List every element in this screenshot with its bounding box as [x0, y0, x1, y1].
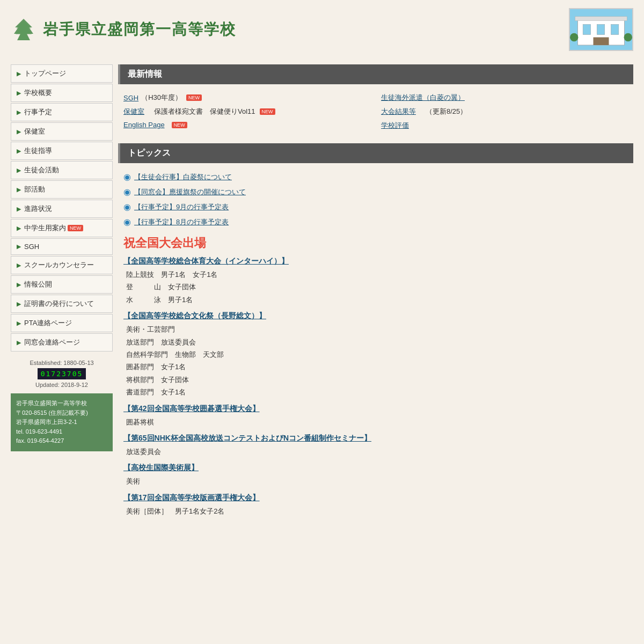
nav-item-label: 情報公開 — [24, 280, 52, 289]
competition-title: 祝全国大会出場 — [123, 235, 628, 251]
competition-category-1[interactable]: 【全国高等学校総合文化祭（長野総文）】 — [123, 311, 628, 321]
new-badge: NEW — [172, 122, 187, 128]
topic-bullet-icon: ◉ — [123, 172, 131, 182]
nav-arrow-icon: ▶ — [17, 148, 21, 155]
sidebar-item-1[interactable]: ▶ 学校概要 — [11, 84, 113, 102]
nav-arrow-icon: ▶ — [17, 281, 21, 288]
competition-category-0[interactable]: 【全国高等学校総合体育大会（インターハイ）】 — [123, 257, 628, 266]
competitions-list: 【全国高等学校総合体育大会（インターハイ）】陸上競技 男子1名 女子1名登 山 … — [123, 257, 628, 517]
svg-point-9 — [570, 33, 578, 41]
news-link[interactable]: 学校評価 — [381, 121, 409, 130]
news-link[interactable]: English Page — [123, 121, 165, 129]
nav-arrow-icon: ▶ — [17, 128, 21, 135]
sidebar-item-8[interactable]: ▶ 中学生用案内 NEW — [11, 219, 113, 237]
competition-detail-line: 美術 — [126, 475, 628, 487]
competition-details-3: 放送委員会 — [123, 445, 628, 458]
competition-category-3[interactable]: 【第65回NHK杯全国高校放送コンテストおよびNコン番組制作セミナー】 — [123, 434, 628, 443]
sidebar-item-3[interactable]: ▶ 保健室 — [11, 122, 113, 141]
svg-rect-7 — [594, 38, 609, 46]
nav-item-label: 生徒会活動 — [24, 165, 59, 175]
nav-item-label: 学校概要 — [24, 88, 52, 98]
competition-category-4[interactable]: 【高校生国際美術展】 — [123, 463, 628, 473]
sidebar-item-11[interactable]: ▶ 情報公開 — [11, 275, 113, 294]
news-link[interactable]: 生徒海外派遣（白菱の翼） — [381, 93, 465, 103]
logo-area: 岩手県立盛岡第一高等学校 — [11, 17, 236, 42]
sidebar-item-7[interactable]: ▶ 進路状況 — [11, 200, 113, 218]
news-right-item-0: 生徒海外派遣（白菱の翼） — [381, 91, 628, 105]
address-lines: 岩手県立盛岡第一高等学校〒020-8515 (住所記載不要)岩手県盛岡市上田3-… — [16, 399, 107, 446]
nav-arrow-icon: ▶ — [17, 90, 21, 97]
competition-entry-4: 【高校生国際美術展】美術 — [123, 463, 628, 487]
sidebar-item-13[interactable]: ▶ PTA連絡ページ — [11, 314, 113, 332]
topics-list: ◉ 【生徒会行事】白菱祭について◉ 【同窓会】應援旗祭の開催について◉ 【行事予… — [118, 170, 633, 230]
competition-detail-line: 美術・工芸部門 — [126, 323, 628, 335]
competition-details-2: 囲碁将棋 — [123, 416, 628, 428]
nav-arrow-icon: ▶ — [17, 167, 21, 174]
news-suffix: 保護者様宛文書 保健便りVol11 — [147, 107, 255, 116]
sidebar-info: Established: 1880-05-13 01723705 Updated… — [11, 360, 113, 388]
sidebar-item-2[interactable]: ▶ 行事予定 — [11, 103, 113, 121]
competition-detail-line: 美術［団体］ 男子1名女子2名 — [126, 505, 628, 517]
nav-item-label: 保健室 — [24, 127, 45, 136]
svg-point-10 — [624, 33, 632, 41]
competition-detail-line: 書道部門 女子1名 — [126, 386, 628, 398]
news-right-item-2: 学校評価 — [381, 119, 628, 133]
nav-arrow-icon: ▶ — [17, 301, 21, 308]
nav-arrow-icon: ▶ — [17, 109, 21, 116]
address-line: 岩手県盛岡市上田3-2-1 — [16, 418, 107, 427]
topic-bullet-icon: ◉ — [123, 217, 131, 227]
sidebar-item-12[interactable]: ▶ 証明書の発行について — [11, 295, 113, 313]
news-link[interactable]: 保健室 — [123, 107, 144, 116]
competition-detail-line: 登 山 女子団体 — [126, 281, 628, 293]
established-label: Established: 1880-05-13 — [11, 360, 113, 366]
competition-category-5[interactable]: 【第17回全国高等学校版画選手権大会】 — [123, 493, 628, 503]
nav-arrow-icon: ▶ — [17, 186, 21, 193]
layout: ▶ トップページ ▶ 学校概要 ▶ 行事予定 ▶ 保健室 ▶ 生徒指導 ▶ 生徒… — [0, 59, 644, 531]
sidebar-item-4[interactable]: ▶ 生徒指導 — [11, 142, 113, 160]
new-badge: NEW — [186, 94, 202, 101]
nav-arrow-icon: ▶ — [17, 70, 21, 77]
news-right-col: 生徒海外派遣（白菱の翼） 大会結果等 （更新8/25）学校評価 — [381, 91, 628, 133]
news-grid: SGH （H30年度） NEW保健室 保護者様宛文書 保健便りVol11 NEW… — [118, 91, 633, 141]
competition-detail-line: 陸上競技 男子1名 女子1名 — [126, 268, 628, 281]
sidebar-item-9[interactable]: ▶ SGH — [11, 238, 113, 255]
competition-detail-line: 自然科学部門 生物部 天文部 — [126, 348, 628, 361]
sidebar-item-14[interactable]: ▶ 同窓会連絡ページ — [11, 333, 113, 352]
sidebar-item-0[interactable]: ▶ トップページ — [11, 64, 113, 83]
nav-list: ▶ トップページ ▶ 学校概要 ▶ 行事予定 ▶ 保健室 ▶ 生徒指導 ▶ 生徒… — [11, 64, 113, 352]
topic-item-3: ◉ 【行事予定】8月の行事予定表 — [118, 215, 633, 230]
nav-arrow-icon: ▶ — [17, 243, 21, 250]
nav-arrow-icon: ▶ — [17, 262, 21, 269]
nav-item-label: PTA連絡ページ — [24, 318, 72, 328]
topic-link[interactable]: 【行事予定】9月の行事予定表 — [134, 202, 229, 212]
sidebar-item-6[interactable]: ▶ 部活動 — [11, 180, 113, 199]
nav-arrow-icon: ▶ — [17, 339, 21, 346]
topic-link[interactable]: 【同窓会】應援旗祭の開催について — [134, 187, 246, 197]
topic-link[interactable]: 【生徒会行事】白菱祭について — [134, 172, 232, 182]
competition-category-2[interactable]: 【第42回全国高等学校囲碁選手権大会】 — [123, 404, 628, 414]
news-left-item-1: 保健室 保護者様宛文書 保健便りVol11 NEW — [123, 105, 370, 119]
sidebar-item-10[interactable]: ▶ スクールカウンセラー — [11, 256, 113, 274]
competition-detail-line: 囲碁部門 女子1名 — [126, 361, 628, 373]
topic-link[interactable]: 【行事予定】8月の行事予定表 — [134, 217, 229, 227]
svg-rect-5 — [597, 24, 605, 34]
competition-entry-0: 【全国高等学校総合体育大会（インターハイ）】陸上競技 男子1名 女子1名登 山 … — [123, 257, 628, 306]
news-link[interactable]: 大会結果等 — [381, 107, 416, 116]
nav-item-label: 進路状況 — [24, 204, 52, 214]
competition-detail-line: 放送部門 放送委員会 — [126, 336, 628, 348]
nav-arrow-icon: ▶ — [17, 225, 21, 232]
topic-item-0: ◉ 【生徒会行事】白菱祭について — [118, 170, 633, 185]
news-left-item-0: SGH （H30年度） NEW — [123, 91, 370, 105]
news-link[interactable]: SGH — [123, 94, 138, 102]
competition-detail-line: 放送委員会 — [126, 445, 628, 458]
topic-bullet-icon: ◉ — [123, 187, 131, 197]
nav-item-label: 部活動 — [24, 185, 45, 194]
address-line: 岩手県立盛岡第一高等学校 — [16, 399, 107, 408]
school-photo — [569, 8, 633, 51]
competition-detail-line: 将棋部門 女子団体 — [126, 374, 628, 386]
sidebar-item-5[interactable]: ▶ 生徒会活動 — [11, 161, 113, 179]
competition-details-4: 美術 — [123, 475, 628, 487]
address-line: tel. 019-623-4491 — [16, 427, 107, 437]
news-suffix: （H30年度） — [141, 93, 182, 103]
nav-item-label: 中学生用案内 — [24, 223, 66, 233]
